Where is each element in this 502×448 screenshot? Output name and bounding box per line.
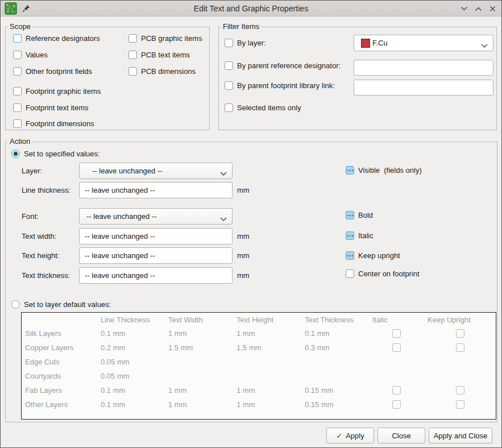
radio-set-to-specified-values[interactable]: Set to specified values:: [11, 150, 100, 158]
table-cell-keep-upright: [424, 397, 496, 412]
apply-and-close-button[interactable]: Apply and Close: [429, 428, 492, 443]
checkbox-icon[interactable]: [392, 329, 401, 338]
toggle-italic[interactable]: Italic: [346, 231, 374, 240]
checkbox-label: Footprint graphic items: [26, 87, 101, 96]
table-cell: [301, 355, 369, 369]
checkbox-icon: [13, 119, 22, 128]
tristate-checkbox-icon: [346, 251, 354, 260]
table-header-blank: [22, 313, 97, 326]
table-cell-italic: [369, 369, 424, 383]
text-thickness-unit: mm: [237, 271, 250, 280]
scope-checkbox-other-footprint-fields[interactable]: Other footprint fields: [13, 67, 92, 76]
apply-button[interactable]: ✓ Apply: [326, 428, 374, 443]
checkbox-icon[interactable]: [392, 400, 401, 409]
checkbox-icon[interactable]: [392, 343, 401, 352]
checkbox-icon[interactable]: [392, 386, 401, 395]
text-width-unit: mm: [237, 232, 250, 240]
scope-checkbox-values[interactable]: Values: [13, 51, 48, 59]
scope-checkbox-pcb-graphic-items[interactable]: PCB graphic items: [128, 34, 202, 43]
checkbox-label: By layer:: [237, 39, 266, 47]
checkbox-label: Reference designators: [26, 34, 100, 43]
table-cell: [233, 355, 301, 369]
line-thickness-input[interactable]: [79, 182, 233, 198]
table-row-name: Fab Layers: [22, 383, 97, 397]
table-cell: 1 mm: [233, 383, 301, 397]
checkbox-icon: [225, 61, 233, 70]
apply-and-close-button-label: Apply and Close: [434, 432, 488, 440]
text-thickness-input[interactable]: [79, 267, 233, 284]
table-cell: 1 mm: [233, 326, 301, 341]
toggle-bold[interactable]: Bold: [346, 211, 373, 219]
toggle-center-on-footprint[interactable]: Center on footprint: [346, 269, 420, 278]
filter-checkbox-by-parent-footprint-library[interactable]: By parent footprint library link:: [225, 81, 335, 90]
layer-select-value: -- leave unchanged --: [86, 167, 163, 175]
checkbox-label: Footprint dimensions: [26, 119, 94, 128]
table-cell-keep-upright: [424, 383, 496, 397]
checkbox-icon: [128, 51, 137, 59]
table-header: Text Height: [233, 313, 301, 326]
checkbox-icon: [13, 34, 22, 43]
chevron-down-icon: [481, 42, 488, 50]
minimize-icon[interactable]: [459, 4, 468, 13]
scope-checkbox-reference-designators[interactable]: Reference designators: [13, 34, 100, 43]
chevron-down-icon: [220, 169, 227, 178]
layer-field-label: Layer:: [22, 167, 42, 175]
text-width-input[interactable]: [79, 228, 233, 244]
table-cell-italic: [369, 383, 424, 397]
table-cell: 1.5 mm: [165, 341, 233, 355]
window-title: Edit Text and Graphic Properties: [1, 4, 501, 13]
scope-checkbox-footprint-graphic-items[interactable]: Footprint graphic items: [13, 87, 101, 96]
table-cell: 0.2 mm: [97, 341, 165, 355]
checkbox-icon: [13, 67, 22, 76]
checkbox-icon: [128, 34, 137, 43]
table-cell-keep-upright: [424, 326, 496, 341]
layer-select[interactable]: -- leave unchanged --: [79, 163, 233, 179]
checkbox-icon[interactable]: [456, 400, 464, 409]
checkbox-label: Footprint text items: [26, 103, 89, 112]
line-thickness-field-label: Line thickness:: [22, 186, 70, 194]
checkbox-icon[interactable]: [456, 343, 464, 352]
scope-checkbox-pcb-text-items[interactable]: PCB text items: [128, 51, 190, 59]
scope-checkbox-footprint-text-items[interactable]: Footprint text items: [13, 103, 89, 112]
table-cell: 1 mm: [165, 326, 233, 341]
checkbox-icon: [128, 67, 137, 76]
table-header: Keep Upright: [424, 313, 496, 326]
table-header: Italic: [369, 313, 424, 326]
filter-checkbox-selected-items-only[interactable]: Selected items only: [225, 103, 301, 112]
titlebar[interactable]: Edit Text and Graphic Properties: [1, 1, 501, 16]
parent-reference-designator-input[interactable]: [354, 60, 493, 76]
close-button[interactable]: Close: [377, 428, 425, 443]
parent-footprint-library-link-input[interactable]: [354, 80, 493, 96]
font-field-label: Font:: [22, 212, 39, 221]
checkbox-icon[interactable]: [456, 329, 464, 338]
table-cell: [165, 355, 233, 369]
check-icon: ✓: [336, 432, 342, 440]
close-icon[interactable]: [488, 4, 497, 13]
table-cell-italic: [369, 341, 424, 355]
table-cell-italic: [369, 397, 424, 412]
scope-checkbox-footprint-dimensions[interactable]: Footprint dimensions: [13, 119, 94, 128]
table-cell-italic: [369, 326, 424, 341]
radio-label: Set to specified values:: [24, 150, 100, 158]
toggle-label: Keep upright: [358, 251, 400, 260]
checkbox-icon: [225, 81, 233, 90]
text-height-input[interactable]: [79, 247, 233, 264]
table-cell: 1 mm: [233, 397, 301, 412]
checkbox-label: PCB graphic items: [141, 34, 202, 43]
maximize-icon[interactable]: [474, 4, 483, 13]
toggle-visible-fields-only[interactable]: Visible (fields only): [346, 166, 422, 175]
filter-checkbox-by-layer[interactable]: By layer:: [225, 39, 266, 47]
pin-icon[interactable]: [22, 5, 30, 13]
toggle-keep-upright[interactable]: Keep upright: [346, 251, 400, 260]
text-width-field-label: Text width:: [22, 232, 56, 240]
toggle-label: Visible (fields only): [358, 166, 422, 175]
radio-set-to-layer-default-values[interactable]: Set to layer default values:: [11, 300, 111, 309]
layer-filter-value: F.Cu: [372, 39, 388, 47]
layer-filter-combo[interactable]: F.Cu: [354, 35, 493, 51]
checkbox-icon[interactable]: [456, 386, 464, 395]
table-cell-keep-upright: [424, 369, 496, 383]
checkbox-label: Other footprint fields: [26, 67, 92, 76]
font-select[interactable]: -- leave unchanged --: [79, 208, 233, 225]
scope-checkbox-pcb-dimensions[interactable]: PCB dimensions: [128, 67, 196, 76]
filter-checkbox-by-parent-reference[interactable]: By parent reference designator:: [225, 61, 341, 70]
